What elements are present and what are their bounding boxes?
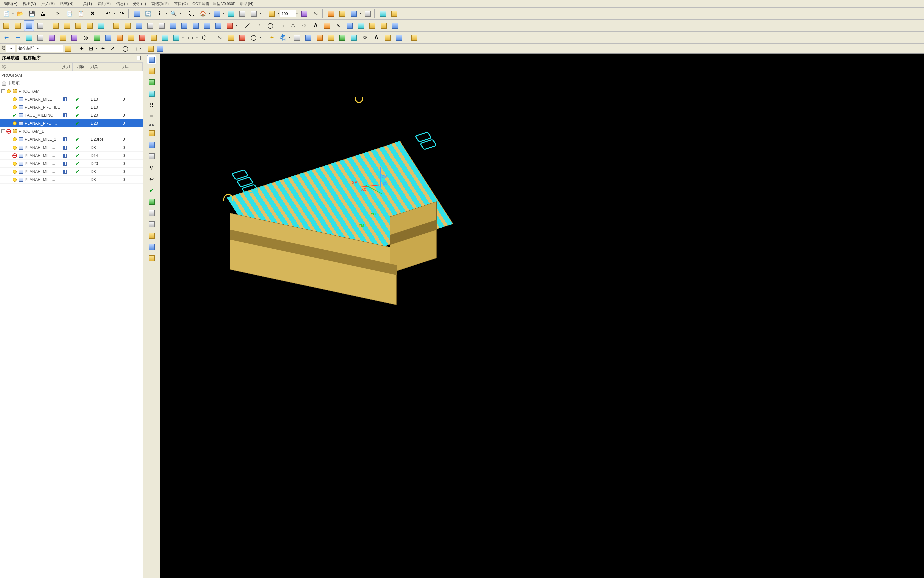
rb-machine-nav[interactable]	[147, 89, 156, 99]
tree-row[interactable]: −PROGRAM_1	[0, 127, 143, 135]
cube3-button[interactable]	[92, 32, 102, 43]
iso-button[interactable]	[212, 8, 222, 19]
circle-button[interactable]: ◯	[265, 20, 276, 31]
create-op-button[interactable]	[96, 20, 106, 31]
shop-doc-button[interactable]	[156, 20, 167, 31]
text-button[interactable]: A	[311, 20, 321, 31]
tree-row[interactable]: 未用项	[0, 80, 143, 88]
snap4-button[interactable]: ⤢	[108, 44, 117, 53]
op-geom-button[interactable]	[12, 20, 23, 31]
fit-button[interactable]: ⛶	[186, 8, 197, 19]
shade-dropdown[interactable]: ▼	[259, 12, 262, 15]
doc5-button[interactable]	[348, 32, 359, 43]
menu-analyze[interactable]: 分析(L)	[130, 0, 149, 7]
filter-type-combo[interactable]: ▼	[6, 45, 15, 52]
rb-dots[interactable]: ⠿	[147, 101, 156, 110]
menu-edit[interactable]: 编辑(E)	[1, 0, 20, 7]
new-button[interactable]: 📄	[1, 8, 12, 19]
iso-dropdown[interactable]: ▼	[222, 12, 225, 15]
box2-button[interactable]	[69, 32, 80, 43]
snap2-button[interactable]: ⊞	[86, 44, 95, 53]
mini2-button[interactable]	[35, 32, 46, 43]
menu-help[interactable]: 帮助(H)	[237, 0, 256, 7]
rb-part-nav[interactable]	[147, 67, 156, 76]
cube11-button[interactable]	[226, 32, 236, 43]
menu-gc-toolbox[interactable]: GC工具箱	[190, 1, 211, 7]
list3-button[interactable]	[190, 20, 201, 31]
cube5-button[interactable]	[114, 32, 125, 43]
translucency-dropdown[interactable]: ▼	[295, 12, 299, 15]
cube10-button[interactable]	[171, 32, 182, 43]
snap7-button[interactable]	[146, 44, 155, 53]
diamond-button[interactable]	[326, 8, 337, 19]
shade-button[interactable]	[237, 8, 248, 19]
layers-button[interactable]	[299, 8, 310, 19]
info-button[interactable]: ℹ	[154, 8, 165, 19]
forward-button[interactable]: ➡	[12, 32, 23, 43]
menu-tools[interactable]: 工具(T)	[76, 0, 95, 7]
tree-row[interactable]: PLANAR_MILL...D80	[0, 175, 143, 183]
last-button[interactable]	[409, 32, 420, 43]
rb-6[interactable]: ✔	[147, 185, 156, 195]
key-button[interactable]	[337, 8, 348, 19]
rb-lines[interactable]: ≡	[147, 112, 156, 121]
hex-button[interactable]: ⬡	[199, 32, 210, 43]
rb-11[interactable]	[147, 242, 156, 252]
list5-button[interactable]	[213, 20, 224, 31]
cube8-button[interactable]	[148, 32, 159, 43]
csys-button[interactable]: ⤡	[214, 32, 225, 43]
menu-assembly[interactable]: 装配(A)	[95, 0, 113, 7]
rb-5[interactable]: ↩	[147, 174, 156, 183]
grid-button[interactable]	[362, 8, 373, 19]
filter-a-button[interactable]	[64, 44, 72, 53]
cube6-button[interactable]	[126, 32, 136, 43]
back-button[interactable]: ⬅	[1, 32, 12, 43]
home-dropdown[interactable]: ▼	[208, 12, 211, 15]
print-button[interactable]: 🖨	[38, 8, 49, 19]
cube9-button[interactable]	[160, 32, 170, 43]
tree-row[interactable]: PLANAR_MILL...✔D80	[0, 143, 143, 151]
copy-button[interactable]: 📑	[64, 8, 75, 19]
doc1-button[interactable]	[292, 32, 303, 43]
cube10-dropdown[interactable]: ▼	[181, 36, 185, 39]
redo-button[interactable]: ↷	[117, 8, 127, 19]
circles-button[interactable]: ◎	[80, 32, 91, 43]
tree-row[interactable]: PLANAR_MILL_1✔D20R40	[0, 135, 143, 143]
op-exit-button[interactable]	[35, 20, 46, 31]
assembly-combo[interactable]: 整个装配▼	[17, 45, 63, 52]
snap5-button[interactable]: ◯	[121, 44, 130, 53]
paste-button[interactable]: 📋	[76, 8, 86, 19]
undo-dropdown[interactable]: ▼	[113, 12, 116, 15]
rb-1[interactable]	[147, 129, 156, 138]
snap6-dropdown[interactable]: ▼	[139, 47, 142, 50]
snap6-button[interactable]: ⬚	[130, 44, 139, 53]
measure-button[interactable]	[348, 8, 359, 19]
zoom-button[interactable]: 🔍	[168, 8, 179, 19]
circle2-button[interactable]: ◯	[248, 32, 259, 43]
col-toolpath[interactable]: 刀轨	[73, 63, 88, 71]
curve-button[interactable]	[322, 20, 332, 31]
arc-button[interactable]: ◝	[254, 20, 264, 31]
col-toolchange[interactable]: 换刀	[59, 63, 73, 71]
wcs-button[interactable]: ⤡	[311, 8, 321, 19]
menu-view[interactable]: 视图(V)	[20, 0, 39, 7]
save-button[interactable]: 💾	[26, 8, 37, 19]
menu-format[interactable]: 格式(R)	[57, 0, 76, 7]
generate-button[interactable]	[111, 20, 122, 31]
point-button[interactable]: ·×	[299, 20, 310, 31]
mini1-button[interactable]	[24, 32, 34, 43]
new-dropdown[interactable]: ▼	[11, 12, 15, 15]
bars-button[interactable]	[382, 32, 393, 43]
col-tool[interactable]: 刀具	[88, 63, 120, 71]
tree-row[interactable]: −PROGRAM	[0, 88, 143, 96]
shade2-button[interactable]	[248, 8, 259, 19]
create-method-button[interactable]	[84, 20, 95, 31]
verify-button[interactable]	[122, 20, 133, 31]
open-button[interactable]: 📂	[15, 8, 26, 19]
sync-button[interactable]: 🔄	[143, 8, 154, 19]
box-button[interactable]	[58, 32, 68, 43]
undo-button[interactable]: ↶	[102, 8, 113, 19]
name-dropdown[interactable]: ▼	[288, 36, 291, 39]
sq-dropdown[interactable]: ▼	[196, 36, 199, 39]
rb-4[interactable]: ↯	[147, 163, 156, 172]
